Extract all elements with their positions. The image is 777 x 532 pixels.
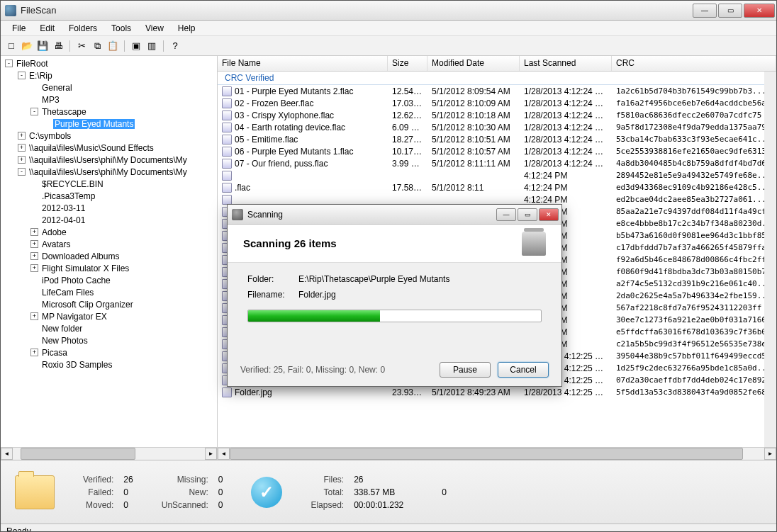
menu-tools[interactable]: Tools xyxy=(104,22,138,35)
cell-size: 12.62 MB xyxy=(388,111,427,120)
tree-item[interactable]: 2012-04-01 xyxy=(1,214,217,226)
cell-mod: 5/1/2012 8:11 xyxy=(427,183,520,193)
table-row[interactable]: Folder.jpg23.93 KB5/1/2012 8:49:23 AM1/2… xyxy=(218,386,776,398)
hscroll-left-track[interactable] xyxy=(13,448,205,460)
tree-item[interactable]: .Picasa3Temp xyxy=(1,190,217,202)
tree-item[interactable]: General xyxy=(1,81,217,94)
vertical-scrollbar[interactable] xyxy=(764,72,776,447)
tree-item[interactable]: Microsoft Clip Organizer xyxy=(1,298,217,310)
cancel-button[interactable]: Cancel xyxy=(498,362,549,378)
tree-expander-icon[interactable]: - xyxy=(18,72,26,79)
table-row[interactable]: 4:12:24 PM2894452e81e5e9a49432e5749fe68e… xyxy=(218,169,776,181)
tree-item[interactable]: +Avatars xyxy=(1,238,217,250)
hscroll-left-arrow[interactable]: ◄ xyxy=(1,448,13,460)
table-row[interactable]: 05 - Emitime.flac18.27 MB5/1/2012 8:10:5… xyxy=(218,133,776,145)
tree-item[interactable]: Purple Eyed Mutants xyxy=(1,118,217,130)
col-filename[interactable]: File Name xyxy=(218,56,388,71)
box2-icon[interactable]: ▥ xyxy=(145,40,158,52)
table-row[interactable]: 07 - Our friend, puss.flac3.99 MB5/1/201… xyxy=(218,157,776,169)
table-row[interactable]: .flac17.58 MB5/1/2012 8:114:12:24 PMed3d… xyxy=(218,181,776,193)
tree-item[interactable]: -Thetascape xyxy=(1,106,217,118)
tree-item[interactable]: New folder xyxy=(1,322,217,334)
col-crc[interactable]: CRC xyxy=(612,56,776,71)
tree-item[interactable]: 2012-03-11 xyxy=(1,202,217,214)
table-row[interactable]: 03 - Crispy Xylophone.flac12.62 MB5/1/20… xyxy=(218,109,776,121)
tree-expander-icon[interactable]: + xyxy=(30,312,38,320)
cut-icon[interactable]: ✂ xyxy=(75,40,88,52)
save-icon[interactable]: 💾 xyxy=(36,40,49,52)
open-icon[interactable]: 📂 xyxy=(21,40,33,52)
tree-expander-icon[interactable]: - xyxy=(5,60,13,67)
tree-item[interactable]: Roxio 3D Samples xyxy=(1,358,217,370)
file-icon xyxy=(222,147,232,157)
table-row[interactable]: 01 - Purple Eyed Mutants 2.flac12.54 MB5… xyxy=(218,85,776,97)
table-row[interactable]: 02 - Frozen Beer.flac17.03 MB5/1/2012 8:… xyxy=(218,97,776,109)
dialog-maximize-button[interactable]: ▭ xyxy=(518,208,537,221)
tree-item[interactable]: +MP Navigator EX xyxy=(1,310,217,322)
tree-expander-icon[interactable]: + xyxy=(18,144,26,152)
stat-missing-value: 0 xyxy=(218,475,223,485)
tree-expander-icon[interactable]: + xyxy=(30,228,38,236)
window-titlebar: FileScan — ▭ ✕ xyxy=(1,1,776,21)
tree-item[interactable]: -FileRoot xyxy=(1,57,217,69)
tree-expander-icon[interactable]: + xyxy=(30,349,38,356)
tree-expander-icon[interactable]: - xyxy=(30,108,38,115)
print-icon[interactable]: 🖶 xyxy=(52,40,65,52)
tree-item[interactable]: +Downloaded Albums xyxy=(1,250,217,262)
tree-expander-icon[interactable]: + xyxy=(30,252,38,260)
cell-crc: f92a6d5b46ce848678d00866c4fbc2ff xyxy=(612,255,776,264)
table-row[interactable]: 06 - Purple Eyed Mutants 1.flac10.17 MB5… xyxy=(218,145,776,157)
maximize-button[interactable]: ▭ xyxy=(718,4,742,18)
file-icon xyxy=(222,111,232,120)
tree-item[interactable]: +\\aquila\files\Users\phil\My Documents\… xyxy=(1,154,217,166)
tree-expander-icon[interactable]: + xyxy=(18,156,26,164)
help-icon[interactable]: ? xyxy=(169,40,181,52)
stat-files-value: 26 xyxy=(354,475,403,485)
tree-item[interactable]: -E:\Rip xyxy=(1,69,217,81)
close-button[interactable]: ✕ xyxy=(744,4,775,18)
hscroll-left-thumb[interactable] xyxy=(21,448,136,460)
menu-help[interactable]: Help xyxy=(171,22,203,35)
dialog-minimize-button[interactable]: — xyxy=(496,208,516,221)
tree-item[interactable]: +C:\symbols xyxy=(1,130,217,142)
tree-item[interactable]: LifeCam Files xyxy=(1,286,217,298)
tree-expander-icon[interactable]: + xyxy=(18,132,26,140)
dialog-close-button[interactable]: ✕ xyxy=(539,208,559,221)
pause-button[interactable]: Pause xyxy=(440,362,491,378)
tree-item[interactable]: iPod Photo Cache xyxy=(1,274,217,286)
col-size[interactable]: Size xyxy=(388,56,427,71)
menu-file[interactable]: File xyxy=(5,22,33,35)
col-modified[interactable]: Modified Date xyxy=(427,56,520,71)
tree-item[interactable]: +Adobe xyxy=(1,226,217,238)
dialog-headline: Scanning 26 items xyxy=(243,237,522,249)
menu-folders[interactable]: Folders xyxy=(62,22,104,35)
paste-icon[interactable]: 📋 xyxy=(106,40,119,52)
menu-edit[interactable]: Edit xyxy=(33,22,62,35)
tree-item[interactable]: +Picasa xyxy=(1,346,217,358)
menu-view[interactable]: View xyxy=(138,22,171,35)
table-row[interactable]: 04 - Earth rotating device.flac6.09 MB5/… xyxy=(218,121,776,133)
stat-new-label: New: xyxy=(162,487,208,497)
tree-item[interactable]: New Photos xyxy=(1,334,217,346)
tree-item[interactable]: +\\aquila\files\Music\Sound Effects xyxy=(1,142,217,154)
tree-item[interactable]: $RECYCLE.BIN xyxy=(1,178,217,190)
hscroll-left-arrow-r[interactable]: ► xyxy=(205,448,217,460)
tree-item-label: iPod Photo Cache xyxy=(40,276,112,285)
tree-expander-icon[interactable]: + xyxy=(30,264,38,272)
hscroll-right-thumb[interactable] xyxy=(230,448,743,460)
hscroll-right-arrow[interactable]: ◄ xyxy=(218,448,230,460)
hscroll-right-track[interactable] xyxy=(230,448,764,460)
col-lastscanned[interactable]: Last Scanned xyxy=(520,56,612,71)
new-icon[interactable]: □ xyxy=(5,40,18,52)
box1-icon[interactable]: ▣ xyxy=(130,40,142,52)
tree-item[interactable]: -\\aquila\files\Users\phil\My Documents\… xyxy=(1,166,217,178)
minimize-button[interactable]: — xyxy=(693,4,717,18)
hscroll-right-arrow-r[interactable]: ► xyxy=(764,448,776,460)
cell-mod: 5/1/2012 8:11:11 AM xyxy=(427,159,520,169)
tree-expander-icon[interactable]: + xyxy=(30,240,38,248)
tree-item[interactable]: +Flight Simulator X Files xyxy=(1,262,217,274)
copy-icon[interactable]: ⧉ xyxy=(91,40,104,52)
folder-tree[interactable]: -FileRoot-E:\RipGeneralMP3-ThetascapePur… xyxy=(1,56,218,447)
tree-expander-icon[interactable]: - xyxy=(18,168,26,176)
tree-item[interactable]: MP3 xyxy=(1,94,217,106)
